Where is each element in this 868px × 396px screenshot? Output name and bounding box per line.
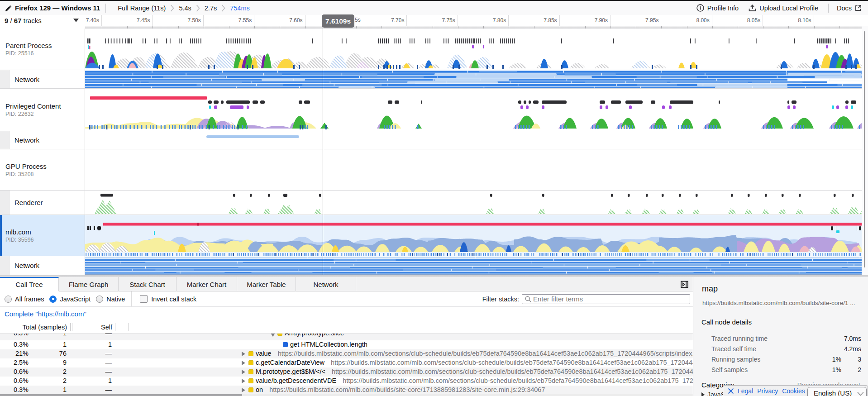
track-chart-net-parent[interactable] bbox=[85, 70, 862, 88]
column-resizer[interactable] bbox=[117, 323, 117, 331]
track-label[interactable]: Parent ProcessPID: 25516 bbox=[0, 29, 85, 70]
call-node-details-heading: Call node details bbox=[701, 318, 868, 326]
track-label[interactable]: GPU ProcessPID: 35208 bbox=[0, 149, 85, 190]
track-row-network[interactable]: Network bbox=[0, 256, 868, 275]
cookies-link[interactable]: Cookies bbox=[782, 387, 805, 395]
track-label[interactable]: Renderer bbox=[0, 191, 85, 215]
detail-label: Self samples bbox=[711, 366, 748, 373]
filter-input[interactable]: Enter filter terms bbox=[522, 294, 690, 304]
track-row-gpu-process[interactable]: GPU ProcessPID: 35208 bbox=[0, 149, 868, 191]
row-total-samples: 2 bbox=[38, 377, 67, 384]
upload-profile-button[interactable]: Upload Local Profile bbox=[749, 4, 818, 12]
scrollbar-thumb[interactable] bbox=[0, 394, 242, 396]
language-select[interactable]: English (US) bbox=[807, 387, 867, 396]
sidebar-toggle-button[interactable] bbox=[678, 278, 690, 290]
column-total-samples[interactable]: Total (samples) bbox=[23, 321, 67, 333]
column-resizer[interactable] bbox=[129, 323, 129, 331]
track-chart-privileged[interactable] bbox=[85, 89, 862, 131]
radio-all-frames[interactable] bbox=[5, 296, 12, 303]
track-row-privileged-content[interactable]: Privileged ContentPID: 22632 bbox=[0, 89, 868, 131]
track-row-network[interactable]: Network bbox=[0, 131, 868, 149]
close-icon bbox=[728, 388, 734, 394]
detail-row-traced-self-time: Traced self time4.2ms bbox=[711, 345, 861, 356]
scrollbar-thumb[interactable] bbox=[864, 31, 865, 267]
call-tree-horizontal-scrollbar[interactable] bbox=[0, 394, 693, 396]
row-total-samples: 9 bbox=[38, 359, 67, 366]
call-tree-row[interactable]: 0.6%2—M.prototype.get$$M/</<https://buil… bbox=[0, 367, 693, 377]
detail-value: 7.0ms bbox=[844, 335, 861, 342]
track-label[interactable]: mlb.comPID: 35596 bbox=[0, 215, 85, 256]
breadcrumb-2-7s[interactable]: 2.7s bbox=[202, 5, 219, 12]
row-total-samples: 1 bbox=[38, 334, 67, 337]
timeline-ruler[interactable]: 7.40s7.45s7.50s7.55s7.60s7.65s7.70s7.75s… bbox=[85, 15, 868, 26]
call-tree-row[interactable]: 2.5%9—c.getCalendarDateViewhttps://build… bbox=[0, 358, 693, 367]
row-function-name: Array.prototype.slice bbox=[285, 334, 344, 337]
track-pid: PID: 22632 bbox=[5, 110, 85, 118]
radio-native-label[interactable]: Native bbox=[106, 296, 125, 303]
track-row-renderer[interactable]: Renderer bbox=[0, 191, 868, 215]
tab-call-tree[interactable]: Call Tree bbox=[0, 277, 59, 291]
call-tree-row[interactable]: 0.3%1—Array.prototype.slice bbox=[0, 334, 693, 340]
track-chart-empty[interactable] bbox=[85, 149, 862, 190]
tab-marker-table[interactable]: Marker Table bbox=[237, 277, 296, 291]
track-chart-parent[interactable] bbox=[85, 29, 862, 70]
expand-triangle-icon[interactable] bbox=[242, 361, 245, 365]
track-chart-net-priv[interactable] bbox=[85, 131, 862, 149]
select-chevron-icon bbox=[857, 389, 863, 396]
call-tree-row[interactable]: 0.6%21value/b.getDescendentVDEhttps://bu… bbox=[0, 377, 693, 386]
row-self-samples: — bbox=[70, 334, 112, 337]
call-tree-row[interactable]: 21%76—valuehttps://builds.mlbstatic.com/… bbox=[0, 349, 693, 358]
footer-close-button[interactable] bbox=[728, 388, 734, 394]
privacy-link[interactable]: Privacy bbox=[757, 387, 778, 395]
toolbar-separator bbox=[131, 291, 132, 306]
breadcrumb-754ms[interactable]: 754ms bbox=[227, 5, 253, 12]
tab-marker-chart[interactable]: Marker Chart bbox=[176, 277, 237, 291]
radio-all-frames-label[interactable]: All frames bbox=[15, 296, 44, 303]
track-label[interactable]: Network bbox=[0, 70, 85, 88]
track-row-network[interactable]: Network bbox=[0, 70, 868, 89]
category-square-icon bbox=[248, 378, 253, 383]
ruler-label-partial: 5s bbox=[355, 17, 361, 23]
breadcrumb-chevron-icon bbox=[170, 5, 174, 12]
docs-link[interactable]: Docs bbox=[837, 5, 862, 12]
legal-link[interactable]: Legal bbox=[738, 387, 753, 395]
tracks-dropdown[interactable]: 9 / 67 tracks bbox=[0, 15, 86, 26]
docs-label: Docs bbox=[837, 5, 852, 12]
track-chart-renderer[interactable] bbox=[85, 191, 862, 215]
call-tree-row[interactable]: 0.3%11get HTMLCollection.length bbox=[0, 340, 693, 349]
track-row-mlb-com[interactable]: mlb.comPID: 35596 bbox=[0, 215, 868, 256]
row-function-name: c.getCalendarDateViewhttps://builds.mlbs… bbox=[256, 359, 693, 366]
invert-call-stack-checkbox[interactable] bbox=[140, 295, 148, 303]
track-label[interactable]: Network bbox=[0, 131, 85, 149]
expand-triangle-icon[interactable] bbox=[242, 370, 245, 374]
tab-stack-chart[interactable]: Stack Chart bbox=[119, 277, 176, 291]
column-self[interactable]: Self bbox=[70, 321, 112, 333]
expand-triangle-icon[interactable] bbox=[242, 352, 245, 356]
tab-network[interactable]: Network bbox=[296, 277, 356, 291]
column-resizer[interactable] bbox=[115, 323, 115, 331]
radio-native[interactable] bbox=[96, 296, 103, 303]
collapse-triangle-icon[interactable] bbox=[271, 334, 275, 337]
track-chart-mlb[interactable] bbox=[85, 215, 862, 256]
timeline-vertical-scrollbar[interactable] bbox=[862, 26, 868, 275]
breadcrumb-full-range[interactable]: Full Range (11s) bbox=[115, 5, 168, 12]
invert-call-stack-label[interactable]: Invert call stack bbox=[151, 296, 196, 303]
breadcrumb-5-4s[interactable]: 5.4s bbox=[176, 5, 194, 12]
radio-javascript[interactable] bbox=[49, 296, 57, 303]
track-row-parent-process[interactable]: Parent ProcessPID: 25516 bbox=[0, 29, 868, 70]
track-label[interactable]: Network bbox=[0, 256, 85, 275]
search-icon bbox=[525, 296, 531, 302]
track-chart-net-mlb[interactable] bbox=[85, 256, 862, 275]
profile-title[interactable]: Firefox 129 — Windows 11 bbox=[15, 4, 100, 12]
edit-pencil-icon[interactable] bbox=[5, 5, 12, 14]
radio-javascript-label[interactable]: JavaScript bbox=[60, 296, 91, 303]
selected-function-url: https://builds.mlbstatic.com/mlb.com/bui… bbox=[702, 300, 863, 306]
expand-triangle-icon[interactable] bbox=[242, 379, 245, 383]
tab-flame-graph[interactable]: Flame Graph bbox=[59, 277, 119, 291]
track-label[interactable]: Privileged ContentPID: 22632 bbox=[0, 89, 85, 131]
app-header: Firefox 129 — Windows 11 Full Range (11s… bbox=[0, 1, 868, 15]
upload-profile-label: Upload Local Profile bbox=[759, 5, 818, 12]
complete-range-link[interactable]: Complete "https://mlb.com" bbox=[5, 310, 86, 318]
profile-info-button[interactable]: Profile Info bbox=[696, 4, 739, 12]
track-name: Parent Process bbox=[5, 41, 85, 50]
